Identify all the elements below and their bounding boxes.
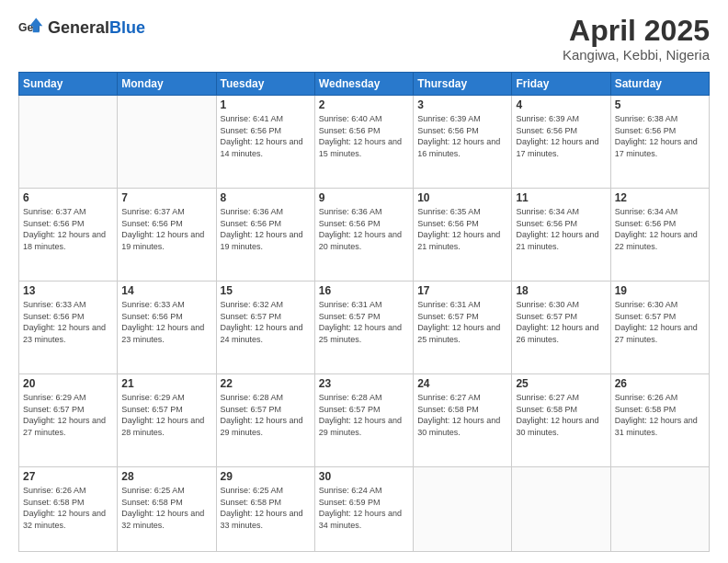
daylight-text: Daylight: 12 hours and 17 minutes.	[516, 136, 606, 159]
day-number: 21	[121, 377, 211, 390]
day-info: Sunrise: 6:30 AMSunset: 6:57 PMDaylight:…	[615, 299, 705, 345]
day-info: Sunrise: 6:39 AMSunset: 6:56 PMDaylight:…	[417, 113, 507, 159]
table-row: 23Sunrise: 6:28 AMSunset: 6:57 PMDayligh…	[314, 374, 413, 467]
day-info: Sunrise: 6:26 AMSunset: 6:58 PMDaylight:…	[615, 392, 705, 438]
sunrise-text: Sunrise: 6:34 AM	[516, 206, 606, 218]
day-info: Sunrise: 6:36 AMSunset: 6:56 PMDaylight:…	[221, 206, 311, 252]
table-row: 24Sunrise: 6:27 AMSunset: 6:58 PMDayligh…	[414, 374, 512, 467]
daylight-text: Daylight: 12 hours and 33 minutes.	[221, 508, 311, 531]
day-number: 5	[615, 98, 705, 111]
table-row: 30Sunrise: 6:24 AMSunset: 6:59 PMDayligh…	[314, 467, 413, 552]
table-row: 25Sunrise: 6:27 AMSunset: 6:58 PMDayligh…	[512, 374, 610, 467]
daylight-text: Daylight: 12 hours and 24 minutes.	[221, 322, 311, 345]
sunrise-text: Sunrise: 6:36 AM	[319, 206, 409, 218]
day-number: 4	[516, 98, 606, 111]
sunset-text: Sunset: 6:56 PM	[319, 218, 409, 230]
sunrise-text: Sunrise: 6:27 AM	[516, 392, 606, 404]
daylight-text: Daylight: 12 hours and 14 minutes.	[221, 136, 311, 159]
table-row: 2Sunrise: 6:40 AMSunset: 6:56 PMDaylight…	[314, 96, 413, 189]
day-info: Sunrise: 6:26 AMSunset: 6:58 PMDaylight:…	[23, 485, 113, 531]
calendar-table: Sunday Monday Tuesday Wednesday Thursday…	[18, 72, 710, 552]
sunset-text: Sunset: 6:57 PM	[615, 311, 705, 323]
day-info: Sunrise: 6:33 AMSunset: 6:56 PMDaylight:…	[121, 299, 211, 345]
day-number: 29	[221, 470, 311, 483]
day-info: Sunrise: 6:39 AMSunset: 6:56 PMDaylight:…	[516, 113, 606, 159]
sunset-text: Sunset: 6:58 PM	[516, 404, 606, 416]
header: Gen GeneralBlue April 2025 Kangiwa, Kebb…	[18, 15, 710, 63]
day-number: 8	[221, 191, 311, 204]
day-info: Sunrise: 6:41 AMSunset: 6:56 PMDaylight:…	[221, 113, 311, 159]
day-number: 16	[319, 284, 409, 297]
table-row: 19Sunrise: 6:30 AMSunset: 6:57 PMDayligh…	[610, 282, 709, 374]
daylight-text: Daylight: 12 hours and 18 minutes.	[23, 229, 113, 252]
day-info: Sunrise: 6:24 AMSunset: 6:59 PMDaylight:…	[319, 485, 409, 531]
col-thursday: Thursday	[414, 73, 512, 96]
sunrise-text: Sunrise: 6:38 AM	[615, 113, 705, 125]
daylight-text: Daylight: 12 hours and 25 minutes.	[319, 322, 409, 345]
month-title: April 2025	[563, 15, 710, 47]
day-number: 28	[121, 470, 211, 483]
table-row: 29Sunrise: 6:25 AMSunset: 6:58 PMDayligh…	[216, 467, 314, 552]
daylight-text: Daylight: 12 hours and 22 minutes.	[615, 229, 705, 252]
daylight-text: Daylight: 12 hours and 19 minutes.	[221, 229, 311, 252]
day-number: 3	[417, 98, 507, 111]
table-row: 15Sunrise: 6:32 AMSunset: 6:57 PMDayligh…	[216, 282, 314, 374]
sunrise-text: Sunrise: 6:30 AM	[516, 299, 606, 311]
sunset-text: Sunset: 6:56 PM	[516, 218, 606, 230]
table-row: 17Sunrise: 6:31 AMSunset: 6:57 PMDayligh…	[414, 282, 512, 374]
sunset-text: Sunset: 6:56 PM	[221, 218, 311, 230]
sunset-text: Sunset: 6:56 PM	[221, 125, 311, 137]
day-number: 30	[319, 470, 409, 483]
table-row: 10Sunrise: 6:35 AMSunset: 6:56 PMDayligh…	[414, 189, 512, 282]
table-row: 18Sunrise: 6:30 AMSunset: 6:57 PMDayligh…	[512, 282, 610, 374]
sunrise-text: Sunrise: 6:39 AM	[516, 113, 606, 125]
table-row: 8Sunrise: 6:36 AMSunset: 6:56 PMDaylight…	[216, 189, 314, 282]
sunrise-text: Sunrise: 6:40 AM	[319, 113, 409, 125]
daylight-text: Daylight: 12 hours and 21 minutes.	[417, 229, 507, 252]
day-number: 27	[23, 470, 113, 483]
sunset-text: Sunset: 6:56 PM	[615, 218, 705, 230]
location: Kangiwa, Kebbi, Nigeria	[563, 47, 710, 63]
day-info: Sunrise: 6:25 AMSunset: 6:58 PMDaylight:…	[121, 485, 211, 531]
sunrise-text: Sunrise: 6:27 AM	[417, 392, 507, 404]
daylight-text: Daylight: 12 hours and 27 minutes.	[23, 415, 113, 438]
sunset-text: Sunset: 6:58 PM	[23, 497, 113, 509]
logo: Gen GeneralBlue	[18, 15, 145, 40]
day-info: Sunrise: 6:31 AMSunset: 6:57 PMDaylight:…	[319, 299, 409, 345]
daylight-text: Daylight: 12 hours and 31 minutes.	[615, 415, 705, 438]
sunset-text: Sunset: 6:56 PM	[121, 218, 211, 230]
table-row: 6Sunrise: 6:37 AMSunset: 6:56 PMDaylight…	[19, 189, 118, 282]
sunset-text: Sunset: 6:56 PM	[417, 125, 507, 137]
daylight-text: Daylight: 12 hours and 29 minutes.	[221, 415, 311, 438]
sunrise-text: Sunrise: 6:24 AM	[319, 485, 409, 497]
day-number: 1	[221, 98, 311, 111]
sunrise-text: Sunrise: 6:30 AM	[615, 299, 705, 311]
logo-general: General	[48, 18, 109, 37]
sunset-text: Sunset: 6:57 PM	[221, 404, 311, 416]
table-row: 12Sunrise: 6:34 AMSunset: 6:56 PMDayligh…	[610, 189, 709, 282]
day-info: Sunrise: 6:29 AMSunset: 6:57 PMDaylight:…	[23, 392, 113, 438]
day-number: 26	[615, 377, 705, 390]
table-row	[118, 96, 216, 189]
logo-icon: Gen	[18, 15, 44, 40]
daylight-text: Daylight: 12 hours and 20 minutes.	[319, 229, 409, 252]
sunset-text: Sunset: 6:57 PM	[121, 404, 211, 416]
table-row: 4Sunrise: 6:39 AMSunset: 6:56 PMDaylight…	[512, 96, 610, 189]
day-number: 22	[221, 377, 311, 390]
sunset-text: Sunset: 6:56 PM	[319, 125, 409, 137]
daylight-text: Daylight: 12 hours and 25 minutes.	[417, 322, 507, 345]
daylight-text: Daylight: 12 hours and 32 minutes.	[23, 508, 113, 531]
table-row	[610, 467, 709, 552]
day-number: 15	[221, 284, 311, 297]
table-row: 22Sunrise: 6:28 AMSunset: 6:57 PMDayligh…	[216, 374, 314, 467]
day-info: Sunrise: 6:37 AMSunset: 6:56 PMDaylight:…	[23, 206, 113, 252]
day-info: Sunrise: 6:40 AMSunset: 6:56 PMDaylight:…	[319, 113, 409, 159]
calendar-week-row: 13Sunrise: 6:33 AMSunset: 6:56 PMDayligh…	[19, 282, 710, 374]
sunrise-text: Sunrise: 6:28 AM	[221, 392, 311, 404]
sunset-text: Sunset: 6:56 PM	[516, 125, 606, 137]
table-row: 20Sunrise: 6:29 AMSunset: 6:57 PMDayligh…	[19, 374, 118, 467]
day-info: Sunrise: 6:28 AMSunset: 6:57 PMDaylight:…	[319, 392, 409, 438]
calendar-week-row: 1Sunrise: 6:41 AMSunset: 6:56 PMDaylight…	[19, 96, 710, 189]
table-row	[19, 96, 118, 189]
sunrise-text: Sunrise: 6:37 AM	[23, 206, 113, 218]
